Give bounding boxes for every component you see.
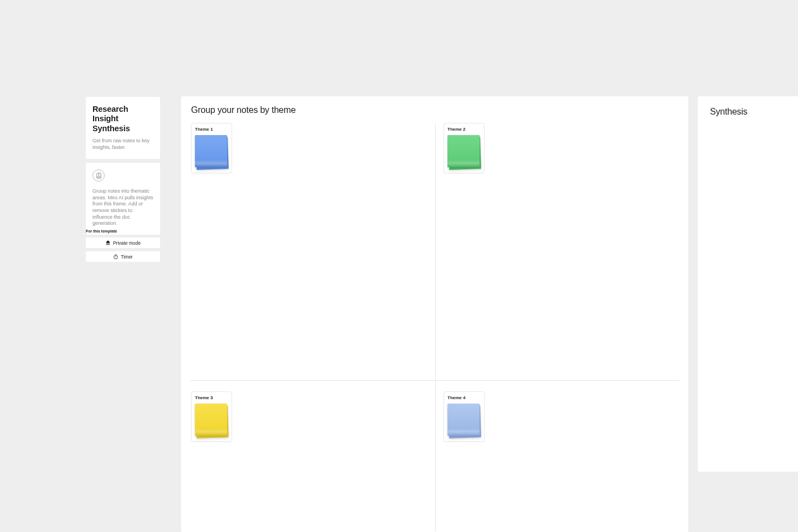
- svg-point-4: [114, 255, 118, 259]
- synthesis-frame[interactable]: Synthesis: [698, 96, 798, 472]
- section-label: For this template: [86, 229, 117, 233]
- instruction-text: Group notes into thematic areas. Miro AI…: [92, 188, 153, 227]
- horizontal-divider: [190, 380, 679, 381]
- frame-title: Group your notes by theme: [191, 105, 296, 115]
- theme-box-4[interactable]: Theme 4: [444, 391, 485, 442]
- sticky-stack[interactable]: [447, 404, 481, 438]
- synthesis-frame-title: Synthesis: [710, 107, 748, 117]
- private-mode-label: Private mode: [113, 240, 141, 246]
- theme-box-1[interactable]: Theme 1: [191, 123, 232, 173]
- timer-button[interactable]: Timer: [86, 251, 160, 262]
- sticky-stack[interactable]: [195, 404, 228, 438]
- vertical-divider: [435, 123, 436, 531]
- template-subtitle: Get from raw notes to key insights, fast…: [92, 138, 153, 151]
- theme-label: Theme 1: [195, 127, 228, 132]
- incognito-icon: [105, 240, 111, 246]
- timer-label: Timer: [121, 254, 132, 260]
- theme-label: Theme 3: [195, 395, 228, 400]
- sticky-note[interactable]: [195, 135, 227, 167]
- svg-point-2: [108, 243, 110, 245]
- canvas[interactable]: Research Insight Synthesis Get from raw …: [0, 0, 798, 532]
- sticky-note[interactable]: [195, 404, 227, 436]
- group-notes-frame[interactable]: Group your notes by theme Theme 1 Theme …: [181, 96, 688, 532]
- sticky-stack[interactable]: [447, 135, 481, 169]
- sticky-note[interactable]: [447, 135, 480, 167]
- svg-point-1: [106, 243, 108, 245]
- private-mode-button[interactable]: Private mode: [86, 237, 160, 248]
- sticky-stack[interactable]: [195, 135, 228, 169]
- book-icon: [92, 169, 105, 182]
- theme-label: Theme 4: [447, 395, 481, 400]
- theme-label: Theme 2: [447, 127, 481, 132]
- template-title-card: Research Insight Synthesis Get from raw …: [86, 97, 160, 159]
- template-title: Research Insight Synthesis: [92, 105, 153, 133]
- theme-box-2[interactable]: Theme 2: [444, 123, 485, 173]
- timer-icon: [113, 254, 119, 260]
- instruction-card: Group notes into thematic areas. Miro AI…: [86, 163, 160, 235]
- theme-box-3[interactable]: Theme 3: [191, 391, 232, 442]
- sticky-note[interactable]: [447, 404, 480, 436]
